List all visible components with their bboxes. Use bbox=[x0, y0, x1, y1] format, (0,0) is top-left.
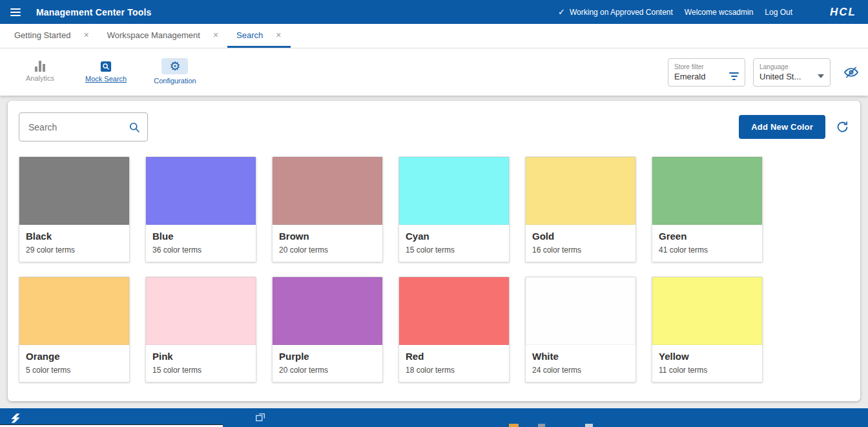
store-filter-field[interactable]: Store filter Emerald bbox=[668, 58, 745, 87]
language-select[interactable]: Language United St... bbox=[753, 58, 831, 87]
menu-icon[interactable] bbox=[9, 6, 22, 19]
search-icon bbox=[128, 121, 141, 134]
background-fragment bbox=[538, 424, 545, 427]
search-button[interactable] bbox=[128, 121, 141, 134]
store-filter-value: Emerald bbox=[674, 72, 705, 81]
search-box bbox=[19, 112, 148, 141]
color-card[interactable]: Brown 20 color terms bbox=[272, 156, 383, 262]
color-swatch bbox=[19, 277, 129, 345]
color-terms-count: 24 color terms bbox=[532, 366, 629, 375]
color-terms-count: 5 color terms bbox=[26, 366, 123, 375]
background-fragment bbox=[509, 424, 519, 427]
chevron-down-icon bbox=[818, 74, 824, 78]
color-card[interactable]: Purple 20 color terms bbox=[272, 276, 383, 382]
tab-workspace-management[interactable]: Workspace Management × bbox=[98, 24, 227, 48]
language-label: Language bbox=[760, 63, 824, 70]
color-name: Red bbox=[406, 351, 502, 362]
color-name: Orange bbox=[26, 351, 123, 362]
tab-label: Workspace Management bbox=[107, 30, 200, 40]
footer-bar bbox=[0, 408, 868, 427]
search-input[interactable] bbox=[27, 121, 128, 133]
toolbar: Analytics Mock Search ⚙ Configuration bbox=[0, 48, 868, 96]
color-terms-count: 18 color terms bbox=[406, 366, 502, 375]
language-value: United St... bbox=[760, 72, 801, 81]
tab-label: Search bbox=[236, 30, 263, 40]
gear-icon: ⚙ bbox=[169, 60, 180, 72]
color-card[interactable]: Yellow 11 color terms bbox=[652, 276, 763, 382]
filter-icon bbox=[729, 72, 739, 80]
tool-label: Mock Search bbox=[85, 75, 127, 83]
color-card[interactable]: Cyan 15 color terms bbox=[398, 156, 510, 262]
content-area: Add New Color Black 29 color terms Blue … bbox=[0, 96, 868, 408]
color-swatch bbox=[652, 277, 762, 345]
color-card[interactable]: Gold 16 color terms bbox=[525, 156, 636, 262]
color-name: Yellow bbox=[659, 351, 756, 362]
refresh-icon bbox=[836, 120, 849, 134]
welcome-user-label: Welcome wcsadmin bbox=[685, 8, 753, 17]
check-icon: ✓ bbox=[558, 7, 565, 17]
content-panel: Add New Color Black 29 color terms Blue … bbox=[8, 101, 860, 401]
tool-label: Configuration bbox=[154, 77, 196, 85]
refresh-button[interactable] bbox=[836, 120, 849, 134]
color-swatch bbox=[273, 277, 382, 345]
eye-off-icon bbox=[843, 65, 859, 80]
color-card[interactable]: White 24 color terms bbox=[525, 276, 636, 382]
tab-bar: Getting Started × Workspace Management ×… bbox=[0, 24, 868, 48]
hcl-logo: HCL bbox=[830, 6, 856, 19]
color-terms-count: 29 color terms bbox=[26, 245, 123, 255]
color-grid: Black 29 color terms Blue 36 color terms… bbox=[19, 156, 849, 382]
tab-label: Getting Started bbox=[14, 30, 70, 40]
color-terms-count: 16 color terms bbox=[532, 245, 629, 255]
color-card[interactable]: Red 18 color terms bbox=[398, 276, 510, 382]
color-name: Black bbox=[26, 231, 123, 242]
tool-configuration[interactable]: ⚙ Configuration bbox=[149, 55, 201, 89]
color-swatch bbox=[526, 157, 636, 225]
tab-getting-started[interactable]: Getting Started × bbox=[5, 24, 98, 48]
color-terms-count: 15 color terms bbox=[406, 245, 502, 255]
color-name: Brown bbox=[279, 231, 376, 242]
color-swatch bbox=[399, 277, 509, 345]
analytics-icon bbox=[35, 61, 45, 72]
color-swatch bbox=[526, 277, 636, 345]
color-name: Blue bbox=[152, 231, 249, 242]
app-window: Management Center Tools ✓ Working on App… bbox=[0, 0, 868, 427]
color-terms-count: 36 color terms bbox=[152, 245, 249, 255]
store-filter-label: Store filter bbox=[674, 63, 739, 70]
color-swatch bbox=[399, 157, 509, 225]
background-fragment bbox=[585, 424, 593, 427]
app-title: Management Center Tools bbox=[36, 7, 152, 17]
color-card[interactable]: Orange 5 color terms bbox=[19, 276, 130, 382]
color-swatch bbox=[19, 157, 129, 225]
active-tool-highlight: ⚙ bbox=[161, 58, 188, 74]
color-card[interactable]: Green 41 color terms bbox=[652, 156, 763, 262]
tool-label: Analytics bbox=[26, 74, 54, 82]
store-preview-logo-icon bbox=[9, 411, 22, 424]
top-bar: Management Center Tools ✓ Working on App… bbox=[0, 0, 868, 24]
logout-link[interactable]: Log Out bbox=[765, 8, 792, 17]
color-terms-count: 11 color terms bbox=[659, 366, 756, 375]
color-swatch bbox=[652, 157, 762, 225]
color-name: Purple bbox=[279, 351, 376, 362]
tool-analytics[interactable]: Analytics bbox=[17, 57, 63, 87]
close-icon[interactable]: × bbox=[83, 30, 88, 39]
tab-search[interactable]: Search × bbox=[227, 24, 290, 48]
color-name: Pink bbox=[152, 351, 249, 362]
mock-search-icon bbox=[100, 61, 112, 72]
tool-mock-search[interactable]: Mock Search bbox=[80, 57, 132, 87]
color-card[interactable]: Black 29 color terms bbox=[19, 156, 130, 262]
color-swatch bbox=[146, 277, 256, 345]
open-window-icon[interactable] bbox=[254, 411, 266, 423]
color-card[interactable]: Pink 15 color terms bbox=[145, 276, 256, 382]
color-terms-count: 15 color terms bbox=[152, 366, 249, 375]
color-swatch bbox=[273, 157, 382, 225]
close-icon[interactable]: × bbox=[213, 30, 218, 39]
color-name: Gold bbox=[532, 231, 629, 242]
color-name: Cyan bbox=[406, 231, 502, 242]
close-icon[interactable]: × bbox=[276, 30, 281, 39]
content-status[interactable]: ✓ Working on Approved Content bbox=[558, 7, 673, 17]
background-window-edge bbox=[0, 424, 223, 427]
color-card[interactable]: Blue 36 color terms bbox=[145, 156, 256, 262]
add-new-color-button[interactable]: Add New Color bbox=[739, 115, 825, 139]
color-name: Green bbox=[659, 231, 756, 242]
hide-preview-button[interactable] bbox=[843, 65, 859, 80]
